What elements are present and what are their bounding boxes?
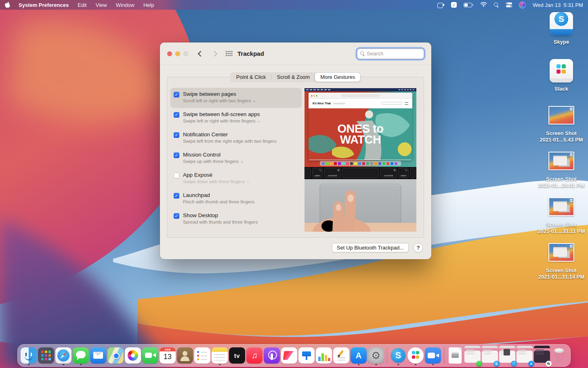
demo-site-header: It's Nice That <box>309 99 412 108</box>
chevron-down-icon[interactable]: ⌄ <box>246 180 250 184</box>
dock-item-win-safari[interactable] <box>499 346 515 365</box>
gesture-subtitle: Swipe down with three fingers⌄ <box>183 179 250 184</box>
dock-item-photos[interactable] <box>125 346 141 365</box>
chevron-down-icon[interactable]: ⌄ <box>253 99 256 103</box>
traffic-lights <box>167 51 188 56</box>
dock-item-tv[interactable]: tv <box>229 346 245 365</box>
checkbox-swipe-between-full-screen-apps[interactable] <box>174 112 179 118</box>
desktop-icon-slack-dmg[interactable]: Slack <box>540 59 583 92</box>
dock-separator <box>387 347 387 364</box>
dock-item-podcasts[interactable] <box>264 346 280 365</box>
demo-trackpad <box>320 184 401 232</box>
dock-item-safari[interactable] <box>55 346 71 365</box>
forward-icon[interactable] <box>212 51 217 56</box>
close-button[interactable] <box>167 51 172 56</box>
dock-item-reminders[interactable] <box>194 346 210 365</box>
gesture-title: Notification Center <box>183 131 277 138</box>
dock-item-pages[interactable] <box>333 346 349 365</box>
desktop-icon-label: 2021-01...31.14 PM <box>538 274 584 280</box>
dock-item-keynote[interactable] <box>298 346 315 365</box>
search-input[interactable] <box>367 51 421 57</box>
help-button[interactable]: ? <box>414 243 423 252</box>
checkbox-notification-center[interactable] <box>174 132 179 138</box>
gesture-row-show-desktop[interactable]: Show DesktopSpread with thumb and three … <box>170 209 302 229</box>
checkbox-show-desktop[interactable] <box>174 213 179 219</box>
dock-item-appstore[interactable] <box>351 346 367 365</box>
chevron-down-icon[interactable]: ⌄ <box>257 119 260 123</box>
gesture-subtitle-text: Pinch with thumb and three fingers <box>183 199 254 205</box>
apple-menu-icon[interactable] <box>5 2 10 8</box>
desktop-icon-label: Screen Shot <box>546 176 577 182</box>
dock-item-mail[interactable] <box>90 346 106 365</box>
dock-item-sysprefs[interactable] <box>368 346 384 365</box>
dock-item-finder[interactable] <box>21 346 37 365</box>
gesture-row-swipe-between-full-screen-apps[interactable]: Swipe between full-screen appsSwipe left… <box>170 108 302 128</box>
dock-item-maps[interactable] <box>107 346 124 365</box>
spotlight-icon[interactable] <box>494 2 499 8</box>
user-avatar[interactable] <box>519 2 526 8</box>
tab-scroll-zoom[interactable]: Scroll & Zoom <box>272 73 315 82</box>
checkbox-swipe-between-pages[interactable] <box>174 92 179 97</box>
search-field[interactable] <box>357 49 424 59</box>
desktop-icon-skype-dmg[interactable]: Skype <box>540 12 583 45</box>
desktop-icon-screenshot-1[interactable]: Screen Shot2021-01...5.43 PM <box>540 106 583 143</box>
checkbox-mission-control[interactable] <box>174 152 179 158</box>
menu-edit[interactable]: Edit <box>78 2 86 8</box>
video-camera-icon[interactable] <box>437 3 444 7</box>
desktop-icon-screenshot-2[interactable]: Screen Shot2021-01...26.01 PM <box>540 152 583 189</box>
tab-point-click[interactable]: Point & Click <box>231 73 271 82</box>
gesture-title: App Exposé <box>183 171 250 178</box>
gesture-row-swipe-between-pages[interactable]: Swipe between pagesScroll left or right … <box>170 88 302 108</box>
trash-basket <box>554 351 565 363</box>
zoom-button[interactable] <box>183 51 188 56</box>
dock-item-win-skype[interactable]: S <box>482 346 498 365</box>
win-safari-icon <box>499 351 515 363</box>
menu-help[interactable]: Help <box>143 2 154 8</box>
show-all-grid-icon[interactable] <box>225 51 233 57</box>
setup-bluetooth-trackpad-button[interactable]: Set Up Bluetooth Trackpad... <box>332 243 409 252</box>
dock-item-messages[interactable] <box>73 346 89 365</box>
checkmark-icon[interactable]: ✓ <box>451 2 457 8</box>
menu-app-name[interactable]: System Preferences <box>19 2 69 8</box>
demo-key-option: ⌥option <box>312 168 323 178</box>
desktop-icon-screenshot-3[interactable]: Screen Shot2021-01....31.11 PM <box>540 197 583 235</box>
menu-window[interactable]: Window <box>116 2 134 8</box>
checkbox-launchpad[interactable] <box>174 193 179 199</box>
checkbox-app-expos[interactable] <box>174 173 179 178</box>
dock-item-contacts[interactable] <box>177 346 193 365</box>
demo-key-label: command <box>328 174 337 177</box>
dock-item-facetime[interactable] <box>142 346 158 365</box>
dock-item-skype[interactable] <box>390 346 406 365</box>
menu-view[interactable]: View <box>96 2 107 8</box>
gesture-row-mission-control[interactable]: Mission ControlSwipe up with three finge… <box>170 148 302 169</box>
wifi-icon[interactable] <box>480 2 487 8</box>
dock-item-trash[interactable] <box>551 346 567 365</box>
gesture-title: Swipe between full-screen apps <box>183 111 260 118</box>
minimize-button[interactable] <box>175 51 180 56</box>
gesture-row-app-expos[interactable]: App ExposéSwipe down with three fingers⌄ <box>170 169 302 189</box>
window-titlebar[interactable]: Trackpad <box>160 42 431 65</box>
dock-item-notes[interactable] <box>212 346 228 365</box>
dock-item-filedoc[interactable] <box>447 346 463 365</box>
chevron-down-icon[interactable]: ⌄ <box>240 159 244 163</box>
dock-item-news[interactable] <box>281 346 297 365</box>
dock-item-win-appstore[interactable]: A <box>517 346 533 365</box>
menu-clock[interactable]: Wed Jan 13 5:31 PM <box>533 2 583 8</box>
dock-item-numbers[interactable] <box>316 346 332 365</box>
dock-item-zoom[interactable] <box>425 346 441 365</box>
tab-more-gestures[interactable]: More Gestures <box>315 73 360 82</box>
demo-laptop: ⌥option⌘command⌘command⌥option <box>304 167 416 232</box>
desktop-icon-screenshot-4[interactable]: Screen Shot2021-01...31.14 PM <box>540 243 583 280</box>
gesture-row-notification-center[interactable]: Notification CenterSwipe left from the r… <box>170 128 302 148</box>
back-icon[interactable] <box>198 51 204 56</box>
control-center-icon[interactable] <box>506 2 512 8</box>
dock-item-win-slack[interactable] <box>534 346 550 365</box>
dock-item-slack[interactable] <box>407 346 424 365</box>
dock-item-win-messages[interactable] <box>464 346 481 365</box>
dock-item-calendar[interactable]: JAN13 <box>160 346 176 365</box>
gesture-row-launchpad[interactable]: LaunchpadPinch with thumb and three fing… <box>170 189 302 209</box>
screenshot-thumbnail <box>548 152 574 170</box>
dock-item-music[interactable]: ♫ <box>246 346 262 365</box>
dock-item-launchpad[interactable] <box>38 346 54 365</box>
battery-icon[interactable] <box>464 3 473 7</box>
